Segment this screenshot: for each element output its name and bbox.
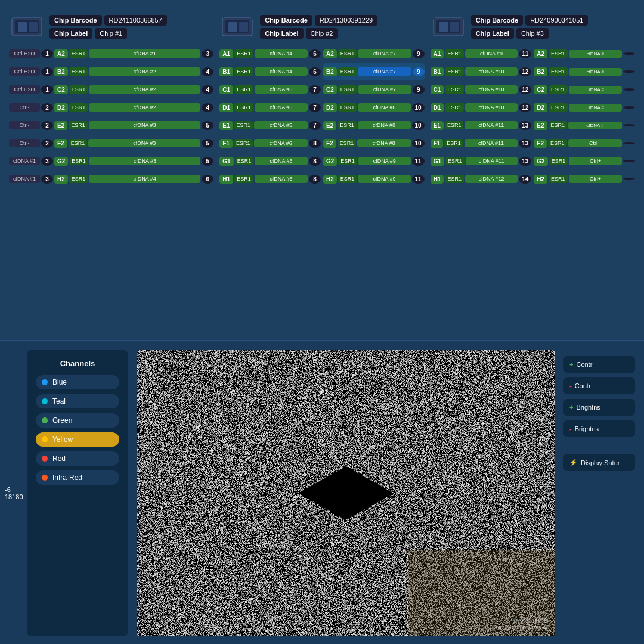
chip-label-value-1: Chip #1	[95, 28, 127, 39]
chip-info-3: Chip Barcode RD240900341051 Chip Label C…	[471, 15, 635, 39]
channel-teal[interactable]: Teal	[36, 394, 119, 408]
image-view: 🔧 仪器信息网 www.instrument.com.cn	[137, 350, 555, 636]
chip-section-1: Chip Barcode RD241100366857 Chip Label C…	[9, 12, 213, 328]
brightness-decrease-button[interactable]: - Brightns	[564, 420, 635, 437]
svg-rect-6	[228, 22, 237, 32]
channel-dot-green	[42, 417, 48, 423]
chip-label-label-3: Chip Label	[471, 28, 514, 39]
channel-label-yellow: Yellow	[52, 435, 73, 444]
svg-rect-10	[439, 22, 448, 32]
chip-barcode-value-3: RD240900341051	[525, 15, 588, 26]
chip-info-2: Chip Barcode RD241300391229 Chip Label C…	[260, 15, 424, 39]
channel-blue[interactable]: Blue	[36, 375, 119, 389]
lightning-icon: ⚡	[569, 459, 578, 466]
chip-image-1	[9, 12, 45, 42]
side-value-2: 18180	[5, 493, 23, 500]
channel-label-blue: Blue	[52, 378, 67, 386]
brightness-increase-button[interactable]: + Brightns	[564, 399, 635, 416]
chip-barcode-value-1: RD241100366857	[104, 15, 167, 26]
channel-label-red: Red	[52, 454, 66, 463]
well-grid-2: A1ESR1cfDNA #46 A2ESR1cfDNA #79 B1ESR1cf…	[219, 45, 424, 187]
svg-rect-3	[29, 22, 38, 32]
contrast-increase-button[interactable]: + Contr	[564, 356, 635, 373]
chip-section-3: Chip Barcode RD240900341051 Chip Label C…	[431, 12, 635, 328]
chip-label-value-3: Chip #3	[516, 28, 549, 39]
chip-label-value-2: Chip #2	[306, 28, 338, 39]
side-info: -6 18180	[5, 486, 23, 500]
chip-section-2: Chip Barcode RD241300391229 Chip Label C…	[219, 12, 424, 328]
channel-red[interactable]: Red	[36, 451, 119, 466]
channel-dot-infrared	[42, 475, 48, 481]
channel-label-green: Green	[52, 416, 72, 425]
channel-yellow[interactable]: Yellow	[36, 432, 119, 447]
channel-label-infrared: Infra-Red	[52, 473, 82, 482]
display-sat-label: Display Satur	[581, 459, 620, 466]
chip-info-1: Chip Barcode RD241100366857 Chip Label C…	[49, 15, 213, 39]
svg-rect-11	[450, 22, 459, 32]
channel-infrared[interactable]: Infra-Red	[36, 470, 119, 485]
well-grid-3: A1ESR1cfDNA #911 A2ESR1cfDNA # B1ESR1cfD…	[431, 45, 635, 187]
chip-barcode-label-3: Chip Barcode	[471, 15, 524, 26]
svg-rect-7	[239, 22, 248, 32]
channel-dot-yellow	[42, 436, 48, 442]
chip-label-label-2: Chip Label	[260, 28, 303, 39]
chip-image-3	[431, 12, 466, 42]
channels-title: Channels	[36, 359, 119, 368]
channel-dot-red	[42, 456, 48, 462]
well-grid-1: Ctrl H2O1A2ESR1cfDNA #13 Ctrl H2O1B2ESR1…	[9, 45, 213, 187]
watermark: 🔧 仪器信息网 www.instrument.com.cn	[492, 617, 549, 630]
channel-green[interactable]: Green	[36, 413, 119, 428]
chip-image-2	[219, 12, 255, 42]
bottom-panel: -6 18180 Channels Blue Teal Green Yellow…	[0, 341, 644, 644]
chip-barcode-value-2: RD241300391229	[315, 15, 377, 26]
controls-panel: + Contr - Contr + Brightns - Brightns ⚡ …	[564, 350, 635, 636]
channel-dot-blue	[42, 379, 48, 385]
chip-barcode-label-1: Chip Barcode	[49, 15, 102, 26]
display-saturation-button[interactable]: ⚡ Display Satur	[564, 454, 635, 471]
top-panel: Chip Barcode RD241100366857 Chip Label C…	[0, 0, 644, 340]
side-value-1: -6	[5, 486, 23, 493]
svg-rect-2	[18, 22, 27, 32]
contrast-decrease-button[interactable]: - Contr	[564, 377, 635, 394]
chip-label-label-1: Chip Label	[49, 28, 92, 39]
chip-barcode-label-2: Chip Barcode	[260, 15, 312, 26]
channels-panel: Channels Blue Teal Green Yellow Red Infr…	[27, 350, 128, 636]
channel-label-teal: Teal	[52, 397, 66, 405]
channel-dot-teal	[42, 398, 48, 404]
